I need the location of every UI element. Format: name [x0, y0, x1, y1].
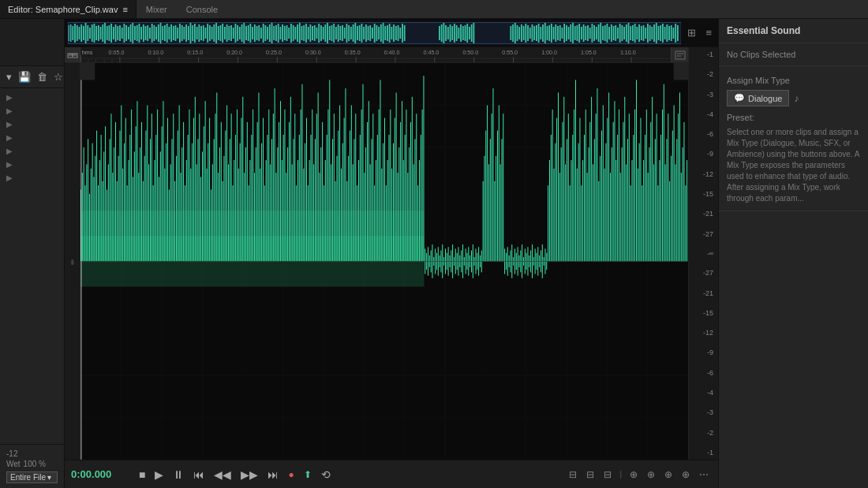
svg-rect-411 — [205, 101, 206, 261]
svg-rect-747 — [80, 63, 95, 80]
sidebar-arrow-1[interactable]: ▶ — [0, 91, 64, 103]
db-label-12a: -12 — [690, 170, 716, 178]
sidebar-icon-down[interactable]: ▾ — [5, 69, 13, 84]
play-button[interactable]: ▶ — [152, 467, 166, 482]
loop-button[interactable]: ⟲ — [318, 467, 334, 482]
to-start-button[interactable]: ⏮ — [190, 467, 208, 482]
tab-console[interactable]: Console — [177, 0, 227, 18]
left-sidebar: ▾ 💾 🗑 ☆ ▶ ▶ ▶ ▶ ▶ ▶ ▶ -12 Wet 100 % Enti… — [0, 19, 65, 488]
svg-rect-447 — [257, 122, 258, 262]
svg-rect-557 — [416, 114, 417, 261]
svg-rect-715 — [645, 135, 645, 262]
zoom-fit-btn[interactable]: ⊟ — [600, 468, 615, 482]
svg-rect-453 — [266, 160, 267, 261]
editor-area: // This will be rendered statically sinc… — [65, 19, 718, 488]
tab-editor[interactable]: Editor: Semaphore_Clip.wav ≡ — [0, 0, 137, 18]
waveform-canvas-area[interactable] — [80, 63, 688, 460]
svg-rect-706 — [632, 160, 633, 261]
sidebar-arrow-4[interactable]: ▶ — [0, 132, 64, 143]
zoom-in3-btn[interactable]: ⊕ — [661, 468, 675, 482]
tab-editor-menu-icon[interactable]: ≡ — [122, 5, 127, 14]
svg-rect-401 — [190, 169, 191, 262]
zoom-out-btn[interactable]: ⊟ — [566, 468, 580, 482]
svg-rect-519 — [361, 110, 362, 262]
overview-btn-grid[interactable]: ⊞ — [684, 25, 699, 40]
svg-rect-348 — [114, 147, 114, 261]
svg-rect-488 — [316, 114, 317, 261]
stop-button[interactable]: ■ — [136, 467, 148, 482]
file-dropdown[interactable]: Entire File ▾ — [6, 471, 58, 483]
svg-rect-366 — [140, 147, 140, 261]
svg-rect-330 — [88, 139, 88, 261]
svg-rect-527 — [372, 114, 373, 261]
svg-rect-546 — [400, 122, 401, 262]
svg-rect-717 — [648, 173, 649, 261]
no-clips-section: No Clips Selected — [719, 43, 868, 66]
svg-rect-720 — [652, 97, 653, 262]
record-button[interactable]: ● — [285, 468, 297, 482]
svg-rect-672 — [582, 160, 583, 261]
tab-mixer[interactable]: Mixer — [137, 0, 177, 18]
svg-rect-529 — [376, 160, 376, 261]
svg-rect-477 — [301, 110, 301, 262]
svg-rect-656 — [559, 173, 560, 261]
svg-rect-726 — [660, 135, 661, 262]
svg-rect-700 — [623, 122, 624, 262]
svg-rect-449 — [260, 169, 260, 262]
export-button[interactable]: ⬆ — [301, 468, 315, 482]
sidebar-icon-save[interactable]: 💾 — [17, 69, 32, 84]
svg-rect-697 — [619, 110, 619, 262]
svg-rect-484 — [311, 135, 312, 262]
pause-button[interactable]: ⏸ — [170, 467, 187, 482]
svg-rect-730 — [667, 139, 668, 261]
sidebar-arrow-5[interactable]: ▶ — [0, 145, 64, 157]
overview-btn-menu[interactable]: ≡ — [702, 25, 715, 40]
sidebar-arrow-2[interactable]: ▶ — [0, 105, 64, 117]
dialogue-button[interactable]: 💬 Dialogue — [727, 90, 789, 106]
db-label-6a: -6 — [690, 130, 716, 138]
svg-rect-406 — [198, 139, 199, 261]
zoom-reset-btn[interactable]: ⊕ — [627, 468, 641, 482]
sidebar-arrow-6[interactable]: ▶ — [0, 158, 64, 170]
svg-rect-614 — [499, 106, 499, 262]
sidebar-arrow-7[interactable]: ▶ — [0, 172, 64, 184]
svg-rect-438 — [244, 173, 245, 261]
svg-text:0:50.0: 0:50.0 — [462, 49, 478, 56]
db-label-2b: -2 — [690, 429, 716, 437]
svg-rect-482 — [308, 185, 309, 261]
svg-rect-733 — [671, 156, 672, 262]
zoom-in-btn[interactable]: ⊟ — [583, 468, 597, 482]
svg-rect-345 — [110, 139, 110, 261]
svg-rect-439 — [245, 147, 246, 261]
svg-rect-505 — [341, 169, 342, 262]
svg-rect-739 — [679, 92, 680, 261]
rewind-button[interactable]: ◀◀ — [211, 467, 234, 482]
transport-right: ⊟ ⊟ ⊟ | ⊕ ⊕ ⊕ ⊕ ⋯ — [566, 468, 712, 482]
svg-rect-555 — [413, 164, 414, 261]
db-label-21a: -21 — [690, 210, 716, 218]
svg-text:1:00.0: 1:00.0 — [541, 49, 557, 56]
svg-rect-368 — [143, 181, 144, 262]
zoom-in4-btn[interactable]: ⊕ — [679, 468, 693, 482]
svg-rect-367 — [141, 122, 142, 262]
svg-rect-662 — [568, 114, 569, 261]
zoom-in2-btn[interactable]: ⊕ — [644, 468, 658, 482]
overview-canvas[interactable]: // This will be rendered statically sinc… — [68, 22, 681, 44]
svg-rect-704 — [629, 114, 630, 261]
svg-rect-390 — [174, 181, 175, 262]
svg-rect-543 — [396, 92, 397, 261]
fast-forward-button[interactable]: ▶▶ — [238, 467, 261, 482]
assign-mix-label: Assign Mix Type — [727, 76, 860, 85]
sidebar-icon-star[interactable]: ☆ — [52, 69, 65, 84]
svg-rect-748 — [674, 63, 688, 80]
svg-rect-462 — [279, 122, 279, 262]
svg-rect-485 — [312, 110, 312, 262]
more-btn[interactable]: ⋯ — [696, 468, 712, 482]
to-end-button[interactable]: ⏭ — [264, 467, 282, 482]
svg-rect-385 — [167, 118, 168, 262]
svg-rect-721 — [653, 164, 654, 261]
ruler-end-button[interactable] — [671, 47, 688, 63]
sidebar-icon-delete[interactable]: 🗑 — [36, 69, 49, 84]
sidebar-arrow-3[interactable]: ▶ — [0, 118, 64, 130]
svg-rect-654 — [556, 118, 557, 262]
